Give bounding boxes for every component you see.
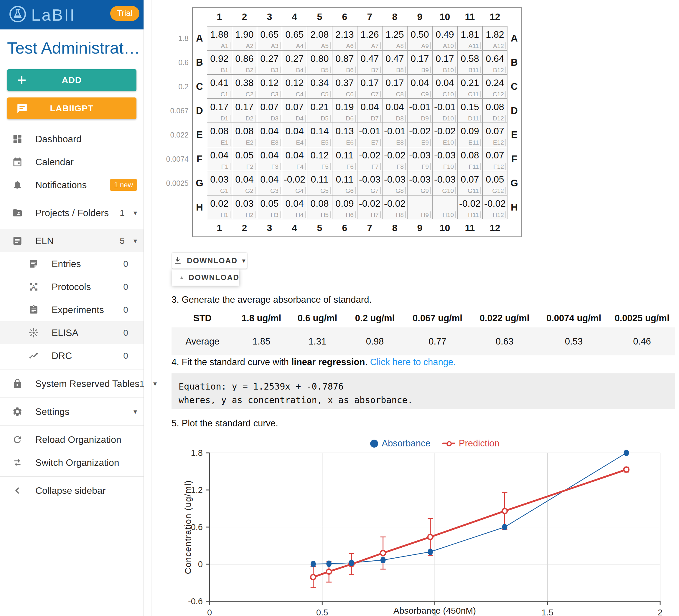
- plate-row-letter: G: [508, 171, 521, 195]
- well-value: 0.17: [408, 53, 432, 64]
- well-value: 0.08: [483, 102, 507, 112]
- chevron-down-icon[interactable]: ▾: [133, 408, 137, 416]
- well-id-label: E1: [221, 139, 230, 146]
- std-table-header-row: STD 1.8 ug/ml 0.6 ug/ml 0.2 ug/ml 0.067 …: [171, 309, 675, 328]
- well-value: 0.17: [357, 77, 382, 88]
- prediction-point: [311, 575, 316, 580]
- item-count: 0: [123, 282, 128, 292]
- sidebar-item-entries[interactable]: Entries 0: [0, 252, 143, 275]
- well-value: 0.17: [207, 102, 232, 112]
- plate-col-header: 1: [207, 7, 232, 26]
- well-value: 0.09: [458, 126, 482, 137]
- change-fit-link[interactable]: Click here to change.: [370, 357, 456, 367]
- chevron-down-icon[interactable]: ▾: [133, 209, 137, 217]
- std-header-cell: 1.8 ug/ml: [233, 309, 289, 328]
- well-cell: -0.01D10: [432, 99, 457, 123]
- well-cell: 0.07E12: [482, 123, 508, 147]
- well-cell: -0.02G4: [282, 171, 307, 195]
- sidebar-item-dashboard[interactable]: Dashboard: [0, 128, 143, 150]
- well-value: 0.07: [458, 174, 482, 185]
- well-id-label: G12: [492, 187, 506, 194]
- divider: [0, 199, 143, 199]
- well-value: 0.41: [207, 77, 232, 88]
- chevron-down-icon[interactable]: ▾: [153, 380, 157, 388]
- sidebar-item-eln[interactable]: ELN 5 ▾: [0, 229, 143, 252]
- well-id-label: B11: [468, 67, 481, 73]
- well-value: -0.01: [432, 102, 457, 112]
- plate-col-header: 9: [407, 219, 432, 236]
- sidebar-item-experiments[interactable]: Experiments 0: [0, 298, 143, 321]
- well-id-label: F7: [371, 163, 381, 170]
- sidebar-item-drc[interactable]: DRC 0: [0, 344, 143, 367]
- well-id-label: B3: [271, 67, 281, 73]
- chevron-down-icon[interactable]: ▾: [133, 237, 137, 245]
- well-id-label: E6: [346, 139, 356, 146]
- sun-rays-icon: [28, 327, 39, 338]
- well-value: -0.02: [432, 126, 457, 137]
- well-cell: 0.11G5: [307, 171, 332, 195]
- well-value: 0.15: [458, 102, 482, 112]
- std-header-cell: 0.067 ug/ml: [404, 309, 471, 328]
- sidebar-item-settings[interactable]: Settings ▾: [0, 400, 143, 423]
- well-cell: -0.02H7: [357, 195, 382, 219]
- svg-text:1.8: 1.8: [191, 448, 203, 457]
- well-id-label: F4: [296, 163, 305, 170]
- plate-col-header: 7: [357, 7, 382, 26]
- well-value: 0.08: [308, 198, 332, 209]
- well-id-label: D6: [346, 115, 356, 122]
- sidebar-item-switch-organization[interactable]: Switch Organization: [0, 451, 143, 474]
- well-cell: 0.38C2: [232, 74, 257, 99]
- sidebar-item-reload-organization[interactable]: Reload Organization: [0, 428, 143, 451]
- sidebar-item-notifications[interactable]: Notifications 1 new: [0, 173, 143, 196]
- well-cell: 0.04D8: [382, 99, 407, 123]
- well-id-label: E2: [246, 139, 256, 146]
- well-value: 0.50: [408, 29, 432, 40]
- download-menu-item[interactable]: DOWNLOAD: [172, 269, 239, 286]
- well-id-label: E10: [443, 139, 456, 146]
- plate-row-letter: B: [192, 50, 207, 74]
- well-cell: 0.12C4: [282, 74, 307, 99]
- well-cell: 0.11F6: [332, 147, 357, 171]
- svg-text:0: 0: [207, 608, 212, 616]
- well-id-label: A11: [468, 42, 481, 49]
- sidebar-item-calendar[interactable]: Calendar: [0, 150, 143, 173]
- sidebar-item-system-reserved-tables[interactable]: System Reserved Tables 1 ▾: [0, 372, 143, 395]
- labii-logo[interactable]: LaBII: [8, 5, 76, 25]
- well-cell: 0.07D3: [257, 99, 282, 123]
- step3-text: 3. Generate the average absorbance of st…: [171, 295, 371, 305]
- download-menu-item-label: DOWNLOAD: [189, 273, 239, 282]
- well-id-label: B1: [221, 67, 230, 73]
- average-row: Average 1.85 1.31 0.98 0.77 0.63 0.53 0.…: [171, 328, 675, 355]
- add-button[interactable]: ADD: [7, 69, 136, 91]
- well-id-label: A9: [421, 42, 431, 49]
- well-cell: 2.13A6: [332, 26, 357, 50]
- well-id-label: E8: [396, 139, 406, 146]
- sidebar-item-elisa[interactable]: ELISA 0: [0, 321, 143, 344]
- collapse-sidebar-button[interactable]: Collapse sidebar: [0, 479, 143, 502]
- row-concentration-label: 1.8: [174, 26, 192, 50]
- y-axis-label: Concentration (ug/ml): [183, 480, 193, 574]
- well-value: -0.03: [408, 174, 432, 185]
- well-cell: 0.49A10: [432, 26, 457, 50]
- well-value: 0.86: [232, 53, 257, 64]
- well-value: 0.04: [257, 174, 282, 185]
- logo-text: LaBII: [31, 5, 76, 25]
- well-cell: 0.05H3: [257, 195, 282, 219]
- sidebar-item-protocols[interactable]: A Protocols 0: [0, 275, 143, 298]
- well-value: -0.01: [357, 126, 382, 137]
- plate-corner: [192, 219, 207, 236]
- well-cell: 2.08A5: [307, 26, 332, 50]
- prediction-point: [327, 569, 331, 574]
- row-concentration-label: 0.2: [174, 74, 192, 99]
- sidebar-item-label: Projects / Folders: [35, 208, 120, 218]
- sidebar: LaBII Trial Test Administrat… ADD LABIIG…: [0, 0, 144, 616]
- well-id-label: G10: [442, 187, 456, 194]
- well-id-label: A8: [396, 42, 406, 49]
- sidebar-item-projects-folders[interactable]: Projects / Folders 1 ▾: [0, 201, 143, 225]
- download-button[interactable]: DOWNLOAD ▾: [172, 253, 247, 269]
- well-value: 0.65: [257, 29, 282, 40]
- organization-title: Test Administrat…: [0, 29, 143, 58]
- labiigpt-button[interactable]: LABIIGPT: [7, 98, 136, 119]
- well-id-label: G4: [295, 187, 305, 194]
- well-id-label: C12: [492, 91, 506, 98]
